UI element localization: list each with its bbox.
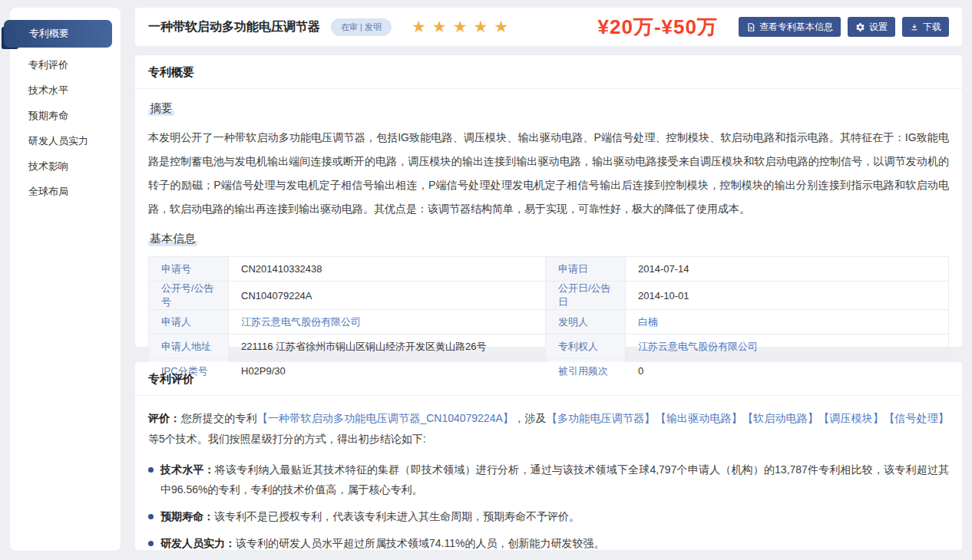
patent-header-card: 一种带软启动多功能电压调节器 在审 | 发明 ★★★★★ ¥20万-¥50万 查… (135, 8, 962, 46)
overview-card-body: 摘要 本发明公开了一种带软启动多功能电压调节器，包括IG致能电路、调压模块、输出… (135, 89, 962, 397)
technology-link[interactable]: 【信号处理】 (884, 412, 949, 424)
bullet-text: 该专利不是已授权专利，代表该专利未进入其生命周期，预期寿命不予评价。 (214, 510, 580, 522)
download-button[interactable]: 下载 (902, 17, 949, 37)
document-icon (746, 22, 755, 32)
evaluation-intro-text: 评价： (148, 412, 181, 424)
sidebar-item-label: 技术水平 (28, 84, 68, 96)
star-icon: ★ (432, 18, 447, 36)
sidebar-item[interactable]: 预期寿命 (10, 104, 121, 128)
technology-link[interactable]: 【调压模块】 (818, 412, 884, 424)
sidebar-item-label: 预期寿命 (28, 110, 68, 121)
table-row: 申请号CN201410332438申请日2014-07-14 (149, 257, 949, 282)
patent-overview-card: 专利概要 摘要 本发明公开了一种带软启动多功能电压调节器，包括IG致能电路、调压… (135, 55, 962, 347)
sidebar-item-label: 技术影响 (28, 160, 68, 172)
field-value: CN201410332438 (229, 257, 546, 282)
field-value: 2014-10-01 (626, 282, 949, 310)
sidebar-item-label: 专利概要 (4, 20, 112, 48)
field-label: 公开号/公告号 (149, 282, 229, 310)
technology-link[interactable]: 【一种带软启动多功能电压调节器_CN104079224A】 (257, 412, 514, 424)
table-row: 申请人地址221116 江苏省徐州市铜山区铜山经济开发区黄山路26号专利权人江苏… (149, 334, 949, 359)
field-value-link[interactable]: 白楠 (638, 316, 658, 328)
evaluation-intro-text: ，涉及 (514, 412, 547, 424)
download-label: 下载 (923, 21, 941, 34)
field-value: CN104079224A (229, 282, 546, 310)
field-label: 申请人 (149, 310, 229, 334)
bullet-dot-icon (148, 514, 154, 519)
patent-detail-page: { "colors": { "page_bg": "#edeff3", "acc… (0, 0, 972, 560)
settings-button[interactable]: 设置 (848, 17, 895, 37)
field-value: 221116 江苏省徐州市铜山区铜山经济开发区黄山路26号 (229, 334, 546, 359)
star-rating: ★★★★★ (412, 18, 514, 36)
overview-card-header: 专利概要 (135, 55, 962, 89)
star-icon: ★ (473, 18, 488, 36)
sidebar-item[interactable]: 专利评价 (10, 53, 121, 77)
sidebar-item-label: 研发人员实力 (28, 135, 88, 147)
sidebar-item[interactable]: 研发人员实力 (10, 129, 121, 153)
evaluation-bullet: 预期寿命：该专利不是已授权专利，代表该专利未进入其生命周期，预期寿命不予评价。 (148, 506, 949, 526)
sidebar-item[interactable]: 技术水平 (10, 78, 121, 103)
main-content: 一种带软启动多功能电压调节器 在审 | 发明 ★★★★★ ¥20万-¥50万 查… (135, 0, 962, 550)
evaluation-intro-text: 您所提交的专利 (181, 412, 257, 424)
field-value: 2014-07-14 (626, 257, 949, 282)
evaluation-bullet: 技术水平：将该专利纳入最贴近其技术特征的集群（即技术领域）进行分析，通过与该技术… (148, 460, 949, 499)
abstract-section-label: 摘要 (148, 101, 174, 116)
settings-label: 设置 (869, 21, 888, 34)
evaluation-card-body: 评价：您所提交的专利【一种带软启动多功能电压调节器_CN104079224A】，… (135, 396, 962, 560)
status-badge: 在审 | 发明 (331, 18, 392, 36)
view-basic-info-label: 查看专利基本信息 (759, 21, 833, 34)
evaluation-intro: 评价：您所提交的专利【一种带软启动多功能电压调节器_CN104079224A】，… (148, 408, 949, 450)
bullet-text: 该专利的研发人员水平超过所属技术领域74.11%的人员，创新能力研发较强。 (236, 537, 604, 549)
bullet-dot-icon (148, 541, 154, 546)
evaluation-card-title: 专利评价 (148, 372, 194, 385)
gear-icon (855, 22, 865, 32)
technology-link[interactable]: 【输出驱动电路】 (655, 412, 742, 424)
field-value: 白楠 (626, 310, 949, 334)
patent-evaluation-card: 专利评价 评价：您所提交的专利【一种带软启动多功能电压调节器_CN1040792… (135, 362, 962, 550)
bullet-label: 技术水平： (160, 463, 215, 476)
technology-link[interactable]: 【软启动电路】 (742, 412, 818, 424)
sidebar: 专利概要专利评价技术水平预期寿命研发人员实力技术影响全球布局 (10, 8, 121, 551)
sidebar-item[interactable]: 全球布局 (10, 180, 121, 204)
download-icon (910, 22, 919, 32)
bullet-text: 将该专利纳入最贴近其技术特征的集群（即技术领域）进行分析，通过与该技术领域下全球… (160, 463, 949, 496)
patent-price: ¥20万-¥50万 (598, 14, 718, 41)
evaluation-bullet: 研发人员实力：该专利的研发人员水平超过所属技术领域74.11%的人员，创新能力研… (148, 533, 949, 553)
overview-card-title: 专利概要 (148, 65, 194, 78)
evaluation-bullet-list: 技术水平：将该专利纳入最贴近其技术特征的集群（即技术领域）进行分析，通过与该技术… (148, 460, 949, 560)
field-value: 江苏云意电气股份有限公司 (626, 334, 949, 359)
bullet-label: 研发人员实力： (160, 537, 236, 549)
star-icon: ★ (494, 18, 508, 36)
basic-info-section-label: 基本信息 (148, 232, 197, 246)
bullet-label: 预期寿命： (160, 510, 214, 522)
field-label: 专利权人 (546, 334, 626, 359)
star-icon: ★ (412, 18, 426, 36)
view-basic-info-button[interactable]: 查看专利基本信息 (739, 17, 841, 37)
field-value-link[interactable]: 江苏云意电气股份有限公司 (638, 341, 758, 352)
field-label: 申请号 (149, 257, 229, 282)
sidebar-item-label: 专利评价 (28, 59, 68, 71)
sidebar-list: 专利概要专利评价技术水平预期寿命研发人员实力技术影响全球布局 (10, 20, 121, 204)
field-label: 申请人地址 (149, 334, 229, 359)
star-icon: ★ (453, 18, 468, 36)
bullet-dot-icon (148, 467, 154, 473)
table-row: 申请人江苏云意电气股份有限公司发明人白楠 (149, 310, 949, 334)
field-label: 公开日/公告日 (546, 282, 626, 310)
field-label: 申请日 (546, 257, 626, 282)
sidebar-item[interactable]: 技术影响 (10, 154, 121, 179)
sidebar-item-label: 全球布局 (28, 186, 68, 197)
field-value: 江苏云意电气股份有限公司 (229, 310, 546, 334)
field-label: 发明人 (546, 310, 626, 334)
table-row: 公开号/公告号CN104079224A公开日/公告日2014-10-01 (149, 282, 949, 310)
abstract-text: 本发明公开了一种带软启动多功能电压调节器，包括IG致能电路、调压模块、输出驱动电… (148, 126, 949, 221)
sidebar-item[interactable]: 专利概要 (10, 20, 121, 48)
field-value-link[interactable]: 江苏云意电气股份有限公司 (241, 316, 361, 328)
evaluation-intro-text: 等5个技术。我们按照星级打分的方式，得出初步结论如下: (148, 433, 426, 445)
technology-link[interactable]: 【多功能电压调节器】 (547, 412, 656, 424)
patent-title: 一种带软启动多功能电压调节器 (148, 19, 320, 35)
